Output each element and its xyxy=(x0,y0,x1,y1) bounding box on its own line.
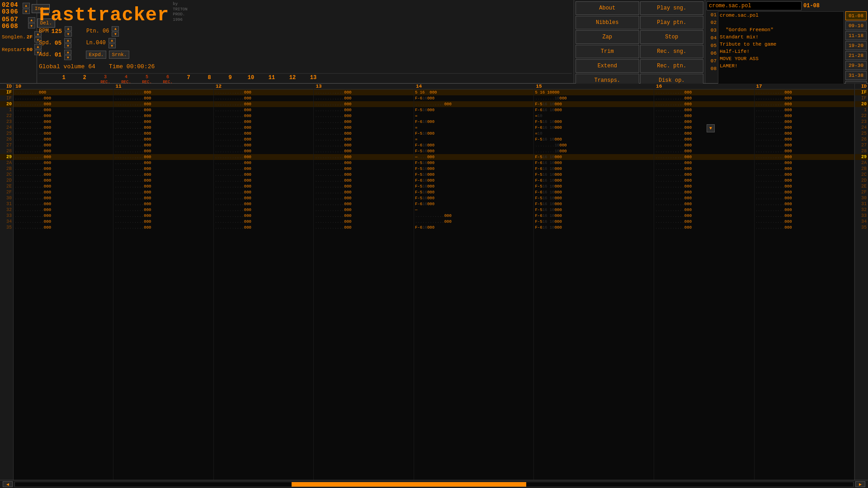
scroll-right-btn[interactable]: ▶ xyxy=(855,481,865,487)
extend-btn[interactable]: Extend xyxy=(576,59,639,73)
p17-r23: ........ .... 000 xyxy=(755,225,854,230)
expd-btn[interactable]: Expd. xyxy=(86,51,106,59)
song-name-input[interactable] xyxy=(707,1,802,10)
row-32: 32 xyxy=(0,207,13,213)
p12-r5: ........ .... 000 xyxy=(214,119,313,125)
p10-r7: ........ .... 000 xyxy=(14,131,113,136)
inst-scroll-dn[interactable]: ▲ xyxy=(707,124,715,132)
ln-dn[interactable]: ▼ xyxy=(108,43,116,48)
row-35: 35 xyxy=(0,225,13,230)
ch-hdr-12: 12 xyxy=(282,75,303,84)
song-entry-2[interactable]: "Gordon Freemon" xyxy=(718,26,844,33)
add-up[interactable]: ▲ xyxy=(64,50,71,55)
song-entry-0[interactable]: crome.sac.pol xyxy=(718,12,844,19)
right-panel: 01-08 01 02 03 04 05 06 07 08 crome.sac.… xyxy=(705,0,868,83)
stop-btn[interactable]: Stop xyxy=(640,30,704,44)
p11-r10: ........ .... 000 xyxy=(113,148,213,154)
bpm-up[interactable]: ▲ xyxy=(65,26,72,31)
srnk-btn[interactable]: Srnk. xyxy=(109,51,129,59)
ptn-up[interactable]: ▲ xyxy=(112,26,119,31)
range-19-20[interactable]: 19-20 xyxy=(845,41,867,50)
spd-up[interactable]: ▲ xyxy=(64,38,71,43)
p17-r1: ........ .... 000 xyxy=(755,95,854,101)
ch-num-04: 04 xyxy=(10,2,18,8)
bpm-dn[interactable]: ▼ xyxy=(65,32,72,37)
row-r-2b: 2B xyxy=(855,166,868,172)
songlen-label: Songlen. xyxy=(2,34,26,40)
global-vol: Global volume 64 xyxy=(39,63,95,70)
arrow-up-2[interactable]: ▲ xyxy=(28,17,35,23)
trim-btn[interactable]: Trim xyxy=(576,45,639,58)
range-09-10[interactable]: 09-10 xyxy=(845,21,867,30)
p14-r6: = xyxy=(414,125,534,131)
song-entry-6[interactable]: MOVE YOUR ASS xyxy=(718,55,844,62)
row-2a: 2A xyxy=(0,160,13,166)
col-11: 11 ........ .... 000 ........ .... 000 .… xyxy=(113,84,213,480)
row-26: 26 xyxy=(0,136,13,142)
ptn-dn[interactable]: ▼ xyxy=(112,32,119,37)
play-sng-btn[interactable]: Play sng. xyxy=(640,1,704,15)
p12-r17: ........ .... 000 xyxy=(214,189,313,195)
ch-num-06: 06 xyxy=(10,9,18,15)
bottom-scrollbar: ◀ ▶ xyxy=(0,480,868,488)
arrow-up-1[interactable]: ▲ xyxy=(23,3,30,8)
p11-r21: ........ .... 000 xyxy=(113,213,213,219)
center-panel: Fasttracker byTRITONPROD.1996 BPM 125 ▲ … xyxy=(37,0,574,83)
rec-sng-btn[interactable]: Rec. sng. xyxy=(640,45,704,58)
p16-r2: ........ .... 000 xyxy=(654,101,754,107)
p17-r10: ........ .... 000 xyxy=(755,148,854,154)
p11-r7: ........ .... 000 xyxy=(113,131,213,136)
col-17-header: 17 xyxy=(755,84,854,89)
song-entry-7[interactable]: LAMER! xyxy=(718,62,844,70)
row-r-25: 25 xyxy=(855,131,868,136)
zap-btn[interactable]: Zap xyxy=(576,30,639,44)
range-31-38[interactable]: 31-38 xyxy=(845,71,867,80)
range-21-28[interactable]: 21-28 xyxy=(845,51,867,60)
scroll-track[interactable] xyxy=(14,482,854,487)
add-dn[interactable]: ▼ xyxy=(64,55,71,60)
song-entry-3[interactable]: Standart mix! xyxy=(718,33,844,41)
row-24: 24 xyxy=(0,125,13,131)
arrow-dn-1[interactable]: ▼ xyxy=(23,9,30,14)
left-channels-panel: 02 03 04 06 ▲ ▼ Ins. 05 06 xyxy=(0,0,37,83)
spd-dn[interactable]: ▼ xyxy=(64,43,71,48)
p15-r14: F‑5 16 10 000 xyxy=(534,172,654,178)
nibbles-btn[interactable]: Nibbles xyxy=(576,16,639,29)
p16-r1: ........ .... 000 xyxy=(654,95,754,101)
p10-r11: ........ .... 000 xyxy=(14,154,113,160)
p11-r22: ........ .... 000 xyxy=(113,219,213,225)
song-entry-1[interactable] xyxy=(718,19,844,26)
range-29-30[interactable]: 29-30 xyxy=(845,61,867,70)
ln-up[interactable]: ▲ xyxy=(108,38,116,43)
arrow-dn-2[interactable]: ▼ xyxy=(28,23,35,28)
header-area: 02 03 04 06 ▲ ▼ Ins. 05 06 xyxy=(0,0,868,84)
ch-pair-1: 02 03 04 06 ▲ ▼ Ins. xyxy=(2,2,35,15)
p13-r5: ........ .... 000 xyxy=(314,119,413,125)
p14-r23: F‑6 16 000 xyxy=(414,225,534,230)
p14-r17: F‑5 16 000 xyxy=(414,189,534,195)
p17-r22: ........ .... 000 xyxy=(755,219,854,225)
p16-r12: ........ .... 000 xyxy=(654,160,754,166)
song-entry-5[interactable]: Half-Life! xyxy=(718,48,844,55)
p12-r10: ........ .... 000 xyxy=(214,148,313,154)
row-r-if2: IF xyxy=(855,95,868,101)
about-btn[interactable]: About xyxy=(576,1,639,15)
p12-r21: ........ .... 000 xyxy=(214,213,313,219)
col-14-header: 14 xyxy=(414,84,534,89)
p11-r0: ........ .... 000 xyxy=(113,89,213,95)
ln-label: Ln.040 xyxy=(86,40,105,46)
row-r-2e: 2E xyxy=(855,183,868,189)
scroll-left-btn[interactable]: ◀ xyxy=(3,481,13,487)
arrows-2: ▲ ▼ xyxy=(28,17,35,28)
p15-r15: F‑6 16 10 000 xyxy=(534,178,654,183)
rec-ptn-btn[interactable]: Rec. ptn. xyxy=(640,59,704,73)
row-30: 30 xyxy=(0,195,13,201)
p15-r17: F‑6 16 10 000 xyxy=(534,189,654,195)
song-entry-4[interactable]: Tribute to the game xyxy=(718,41,844,48)
p16-r20: ........ .... 000 xyxy=(654,207,754,213)
p15-r23: F‑6 16 10 000 xyxy=(534,225,654,230)
play-ptn-btn[interactable]: Play ptn. xyxy=(640,16,704,29)
range-11-18[interactable]: 11-18 xyxy=(845,31,867,40)
range-01-08[interactable]: 01-08 xyxy=(845,11,867,20)
p16-r11: ........ .... 000 xyxy=(654,154,754,160)
